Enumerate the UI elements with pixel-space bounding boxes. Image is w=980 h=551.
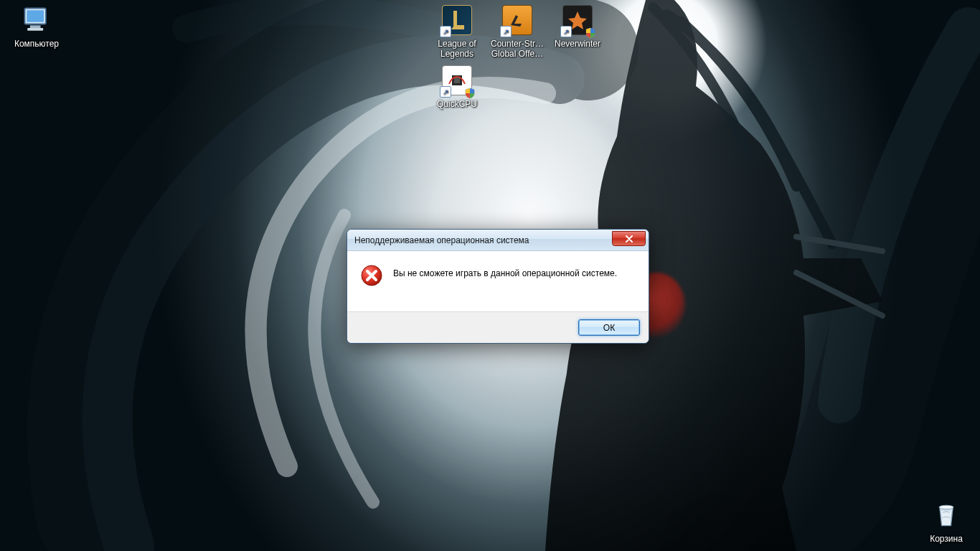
desktop-icon-computer[interactable]: Компьютер [9,3,65,49]
dialog-title: Неподдерживаемая операционная система [354,235,612,245]
quickcpu-icon: ↗ [440,63,474,98]
csgo-icon: ↗ [500,3,534,37]
desktop-icon-label: League of Legends [429,39,485,59]
error-dialog: Неподдерживаемая операционная система [347,229,649,344]
ok-button[interactable]: ОК [578,319,640,336]
uac-shield-icon [585,27,596,39]
desktop-icon-recycle-bin[interactable]: Корзина [918,498,974,544]
svg-rect-3 [27,10,44,22]
computer-icon [19,3,54,37]
league-of-legends-icon: ↗ [440,3,474,37]
recycle-bin-icon [929,498,963,532]
svg-rect-7 [454,77,460,83]
error-icon [360,264,383,287]
desktop-icon-label: Neverwinter [550,39,606,49]
svg-rect-4 [30,25,41,28]
desktop-icon-label: QuickCPU [429,99,485,109]
desktop-icon-label: Компьютер [9,39,65,49]
shortcut-arrow-icon: ↗ [560,26,572,37]
svg-rect-5 [27,28,43,31]
shortcut-arrow-icon: ↗ [440,26,451,37]
desktop-icon-label: Counter-Str… Global Offe… [489,39,545,59]
desktop-icon-label: Корзина [918,534,974,544]
desktop-icon-quickcpu[interactable]: ↗ QuickCPU [429,63,485,109]
dialog-button-row: ОК [347,311,649,343]
desktop-icon-league-of-legends[interactable]: ↗ League of Legends [429,3,485,59]
dialog-close-button[interactable] [612,231,646,246]
svg-point-8 [939,505,953,509]
uac-shield-icon [464,88,476,99]
shortcut-arrow-icon: ↗ [500,26,512,37]
dialog-body: Вы не сможете играть в данной операционн… [347,251,649,311]
shortcut-arrow-icon: ↗ [440,86,451,98]
dialog-titlebar[interactable]: Неподдерживаемая операционная система [347,230,649,251]
dialog-message: Вы не сможете играть в данной операционн… [393,264,617,278]
desktop-icon-neverwinter[interactable]: ↗ Neverwinter [550,3,606,49]
neverwinter-icon: ↗ [560,3,595,37]
desktop-icon-csgo[interactable]: ↗ Counter-Str… Global Offe… [489,3,545,59]
close-icon [625,235,633,242]
